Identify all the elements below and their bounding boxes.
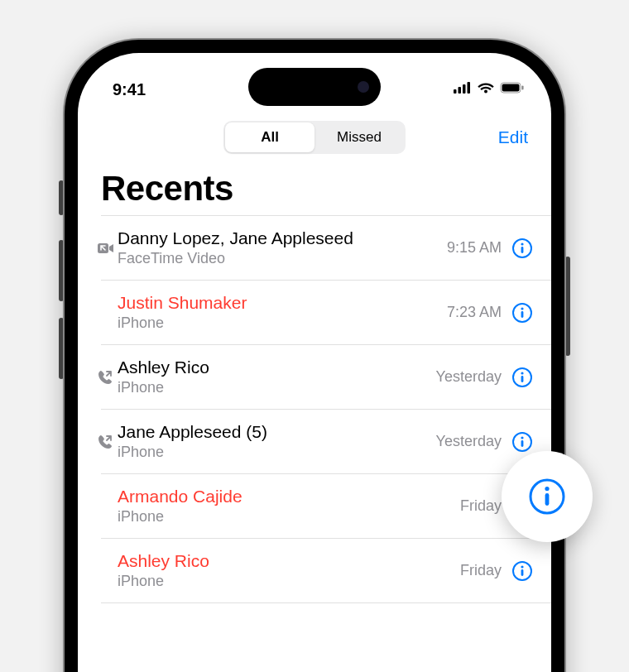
svg-rect-13 bbox=[521, 311, 524, 318]
call-subtitle: iPhone bbox=[118, 443, 436, 462]
svg-point-24 bbox=[521, 565, 523, 568]
call-time: Yesterday bbox=[436, 368, 502, 386]
status-time: 9:41 bbox=[113, 80, 146, 99]
call-name: Danny Lopez, Jane Appleseed bbox=[118, 228, 447, 249]
info-icon bbox=[527, 477, 567, 516]
dynamic-island bbox=[248, 68, 381, 106]
battery-icon bbox=[500, 82, 525, 97]
svg-rect-28 bbox=[545, 493, 550, 506]
call-subtitle: iPhone bbox=[118, 507, 460, 526]
svg-point-12 bbox=[521, 307, 523, 310]
silence-switch[interactable] bbox=[59, 180, 64, 215]
video-outgoing-icon bbox=[98, 242, 118, 254]
call-subtitle: iPhone bbox=[118, 378, 436, 397]
edit-button[interactable]: Edit bbox=[498, 127, 528, 147]
svg-rect-16 bbox=[521, 376, 524, 382]
svg-rect-2 bbox=[463, 84, 466, 94]
call-row[interactable]: Justin Shumaker iPhone 7:23 AM bbox=[101, 281, 551, 345]
outgoing-call-icon bbox=[98, 434, 118, 449]
call-row[interactable]: Jane Appleseed (5) iPhone Yesterday bbox=[101, 410, 551, 474]
call-name: Jane Appleseed (5) bbox=[118, 421, 436, 443]
call-name: Ashley Rico bbox=[118, 550, 460, 572]
phone-screen: 9:41 All Missed Edit Recents bbox=[78, 53, 551, 672]
call-row[interactable]: Ashley Rico iPhone Yesterday bbox=[101, 345, 551, 410]
info-icon-callout bbox=[502, 451, 593, 542]
info-button[interactable] bbox=[511, 367, 533, 388]
header-controls: All Missed Edit bbox=[78, 108, 551, 157]
svg-rect-19 bbox=[521, 440, 524, 447]
call-name: Armando Cajide bbox=[118, 486, 460, 507]
call-subtitle: iPhone bbox=[118, 314, 447, 333]
page-title: Recents bbox=[78, 157, 551, 215]
svg-point-9 bbox=[521, 242, 523, 245]
info-button[interactable] bbox=[511, 302, 533, 324]
call-row[interactable]: Danny Lopez, Jane Appleseed FaceTime Vid… bbox=[101, 216, 551, 281]
info-button[interactable] bbox=[511, 431, 533, 453]
outgoing-call-icon bbox=[98, 370, 118, 385]
call-time: 9:15 AM bbox=[447, 239, 502, 257]
svg-rect-0 bbox=[454, 89, 457, 94]
tab-all[interactable]: All bbox=[225, 122, 314, 152]
wifi-icon bbox=[477, 81, 495, 98]
call-row[interactable]: Armando Cajide iPhone Friday bbox=[101, 474, 551, 539]
svg-rect-25 bbox=[521, 569, 524, 576]
call-name: Justin Shumaker bbox=[118, 292, 447, 314]
tab-missed[interactable]: Missed bbox=[314, 122, 404, 152]
call-list: Danny Lopez, Jane Appleseed FaceTime Vid… bbox=[101, 215, 551, 603]
call-name: Ashley Rico bbox=[118, 357, 436, 378]
cellular-icon bbox=[454, 82, 472, 97]
svg-rect-6 bbox=[522, 86, 524, 90]
call-time: 7:23 AM bbox=[447, 304, 502, 321]
svg-rect-3 bbox=[468, 82, 471, 94]
svg-point-18 bbox=[521, 436, 523, 439]
call-time: Friday bbox=[460, 497, 502, 515]
volume-down-button[interactable] bbox=[59, 318, 64, 379]
svg-rect-5 bbox=[502, 84, 520, 92]
call-subtitle: FaceTime Video bbox=[118, 249, 447, 268]
volume-up-button[interactable] bbox=[59, 240, 64, 301]
call-row[interactable]: Ashley Rico iPhone Friday bbox=[101, 539, 551, 603]
phone-frame: 9:41 All Missed Edit Recents bbox=[65, 40, 564, 672]
svg-point-15 bbox=[521, 372, 523, 374]
svg-rect-10 bbox=[521, 247, 524, 253]
svg-rect-1 bbox=[459, 87, 462, 94]
call-time: Yesterday bbox=[436, 433, 502, 450]
power-button[interactable] bbox=[565, 257, 570, 356]
call-subtitle: iPhone bbox=[118, 572, 460, 591]
call-time: Friday bbox=[460, 562, 502, 579]
info-button[interactable] bbox=[511, 560, 533, 582]
segmented-control: All Missed bbox=[223, 121, 406, 154]
svg-point-27 bbox=[545, 487, 549, 491]
info-button[interactable] bbox=[511, 238, 533, 259]
